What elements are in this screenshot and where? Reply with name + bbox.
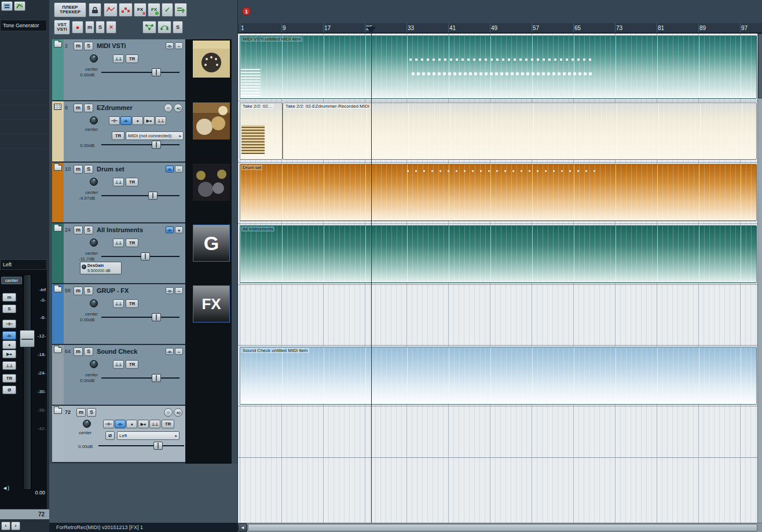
tr-button[interactable]: TR bbox=[112, 131, 124, 140]
solo-button[interactable]: S bbox=[84, 226, 93, 234]
routing-send-icon[interactable] bbox=[157, 21, 171, 34]
track-color-strip[interactable] bbox=[52, 406, 64, 462]
phase-button[interactable]: Ø bbox=[105, 431, 115, 440]
master-fader-thumb[interactable] bbox=[20, 330, 35, 347]
envelope-read-icon[interactable] bbox=[119, 3, 133, 17]
lock-icon[interactable] bbox=[89, 3, 101, 17]
env-mini-button[interactable]: -o- bbox=[166, 287, 174, 294]
env-mini-button[interactable]: -o- bbox=[166, 166, 174, 173]
master-name-row[interactable]: Tone Generator bbox=[0, 20, 47, 31]
solo-button[interactable]: S bbox=[84, 104, 93, 112]
master-fader-groove[interactable] bbox=[23, 274, 31, 490]
volume-fader[interactable] bbox=[101, 374, 179, 382]
solo-button[interactable]: S bbox=[84, 347, 93, 356]
envelope-write-icon[interactable] bbox=[104, 3, 118, 17]
volume-fader[interactable] bbox=[101, 313, 179, 321]
horizontal-scrollbar-thumb[interactable] bbox=[248, 524, 757, 531]
track-name[interactable]: Sound Check bbox=[97, 348, 137, 355]
mute-button[interactable]: m bbox=[74, 287, 83, 295]
edit-cursor-line[interactable] bbox=[371, 34, 372, 523]
track-color-strip[interactable] bbox=[52, 101, 64, 162]
routing-matrix-icon[interactable] bbox=[1, 1, 13, 11]
track-badge-fx[interactable]: FX bbox=[193, 285, 230, 322]
volume-fader[interactable] bbox=[101, 192, 179, 200]
solo-button[interactable]: S bbox=[84, 42, 93, 50]
media-item-midi-vsti[interactable]: MIDI VSTi untitled MIDI item bbox=[240, 35, 757, 99]
solo-all-button[interactable]: S bbox=[173, 21, 183, 34]
edit-cursor-marker[interactable] bbox=[367, 27, 376, 34]
pan-knob[interactable] bbox=[90, 116, 98, 124]
track-image-ezdrummer[interactable] bbox=[193, 102, 230, 140]
envelope-panel-icon[interactable] bbox=[14, 1, 25, 11]
media-item-all-instruments[interactable]: All Instruments bbox=[240, 225, 757, 283]
channels-button[interactable]: ⊥⊥ bbox=[149, 420, 160, 428]
tr-button[interactable]: TR bbox=[126, 54, 138, 63]
track-badge-g[interactable]: G bbox=[193, 225, 230, 262]
track-panel-72[interactable]: 72 m S ○ ◄) ⊣⊢ -o- ● ▶● ⊥⊥ TR center Ø L… bbox=[52, 406, 185, 463]
mute-button[interactable]: m bbox=[76, 408, 86, 417]
env-mini-button[interactable]: -o- bbox=[166, 226, 174, 233]
track-image-drum-set[interactable] bbox=[193, 164, 230, 201]
tr-button[interactable]: TR bbox=[126, 360, 138, 369]
fx-mini-button[interactable]: ● bbox=[175, 226, 183, 233]
media-item-drum-set[interactable]: Drum set bbox=[240, 164, 757, 221]
scroll-right-button[interactable]: › bbox=[11, 522, 20, 530]
env-button[interactable]: -o- bbox=[120, 116, 131, 125]
volume-fader[interactable] bbox=[101, 141, 179, 149]
tr-button[interactable]: TR bbox=[126, 239, 138, 247]
monitor-speaker-button[interactable]: ◄) bbox=[174, 408, 182, 417]
hscroll-left-arrow[interactable]: ◄ bbox=[238, 523, 247, 532]
timeline-ruler[interactable]: 1 9 17 25 33 41 49 57 65 73 81 89 97 bbox=[238, 23, 762, 34]
track-color-strip[interactable] bbox=[52, 284, 64, 344]
track-color-strip[interactable] bbox=[52, 163, 64, 222]
track-name[interactable]: GRUP - FX bbox=[97, 287, 129, 294]
master-env-button[interactable]: -o- bbox=[2, 331, 16, 340]
mute-button[interactable]: m bbox=[74, 165, 83, 174]
midi-input-dropdown[interactable]: MIDI (not connected): ▸ bbox=[126, 131, 184, 140]
pan-knob[interactable] bbox=[90, 54, 98, 63]
solo-button[interactable]: S bbox=[84, 287, 93, 295]
master-record-button[interactable]: ● bbox=[2, 340, 16, 349]
grid-icon[interactable] bbox=[54, 104, 61, 110]
volume-fader[interactable] bbox=[101, 252, 179, 261]
solo-button[interactable]: S bbox=[84, 165, 93, 174]
channels-button[interactable]: ⊥⊥ bbox=[155, 116, 166, 125]
folder-icon[interactable] bbox=[54, 347, 62, 353]
fx-bypass-button[interactable]: FX ✕ bbox=[134, 3, 146, 17]
master-phase-button[interactable]: Ø bbox=[2, 386, 16, 394]
arrange-lanes[interactable]: MIDI VSTi untitled MIDI item Take 2/2: 0… bbox=[238, 34, 758, 523]
track-image-midi-vsti[interactable] bbox=[193, 41, 230, 78]
pan-knob[interactable] bbox=[83, 420, 91, 428]
confirm-check-button[interactable]: ✓ bbox=[162, 3, 173, 17]
master-solo-button[interactable]: S bbox=[2, 304, 16, 313]
monitor-speaker-button[interactable]: ◄) bbox=[174, 104, 182, 112]
track-panel-ezdrummer[interactable]: 6 m S EZdrummer ○ ◄) ⊣⊢ -o- ● ▶● ⊥⊥ cent… bbox=[52, 101, 185, 163]
env-io-button[interactable]: ⊣⊢ bbox=[103, 420, 114, 428]
master-mute-button[interactable]: m bbox=[2, 293, 16, 302]
solo-button[interactable]: S bbox=[87, 408, 96, 417]
folder-icon[interactable] bbox=[54, 42, 62, 47]
pan-knob[interactable] bbox=[90, 299, 98, 307]
tr-button[interactable]: TR bbox=[126, 178, 138, 186]
media-item-take2[interactable]: Take 2/2: 02-EZdrummer-Recorded MIDI bbox=[283, 102, 757, 160]
horizontal-scrollbar[interactable]: ◄ bbox=[238, 523, 762, 532]
env-io-button[interactable]: ⊣⊢ bbox=[109, 116, 120, 125]
mute-button[interactable]: m bbox=[74, 42, 83, 50]
mute-toolbar-button[interactable]: m bbox=[85, 21, 94, 34]
tr-button[interactable]: TR bbox=[126, 299, 138, 308]
track-color-strip[interactable] bbox=[52, 345, 64, 405]
track-name[interactable]: EZdrummer bbox=[97, 104, 133, 111]
pan-knob[interactable] bbox=[90, 178, 98, 186]
record-arm-button[interactable]: ○ bbox=[164, 408, 173, 417]
env-button[interactable]: -o- bbox=[115, 420, 126, 428]
mute-button[interactable]: m bbox=[74, 104, 83, 112]
fx-enable-button[interactable]: FX bbox=[148, 3, 160, 17]
add-track-icon[interactable] bbox=[174, 3, 187, 17]
marker-flag[interactable]: 1 bbox=[242, 7, 251, 16]
track-panel-grup-fx[interactable]: 58 m S GRUP - FX -o- – ⊥⊥ TR center 0.00… bbox=[52, 284, 185, 345]
arrange-top-band[interactable] bbox=[238, 0, 762, 23]
player-tracker-button[interactable]: ПЛЕЕР ТРЕККЕР bbox=[54, 2, 86, 17]
record-mode-button[interactable]: ● bbox=[132, 116, 143, 125]
volume-fader[interactable] bbox=[101, 68, 179, 76]
env-mini-button[interactable]: -o- bbox=[166, 348, 174, 355]
